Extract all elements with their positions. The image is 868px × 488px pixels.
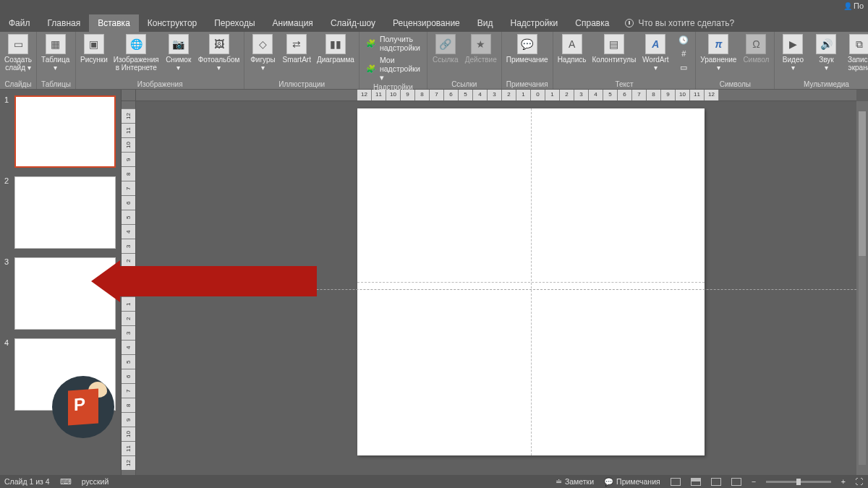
zoom-knob[interactable] <box>796 479 801 485</box>
tab-справка[interactable]: Справка <box>566 14 618 32</box>
group-links-label: Ссылки <box>432 80 497 88</box>
new-slide-icon: ▭ <box>8 34 28 54</box>
equation-button[interactable]: πУравнение ▾ <box>700 34 736 72</box>
thumb-slide[interactable] <box>14 95 116 168</box>
tab-конструктор[interactable]: Конструктор <box>139 14 205 32</box>
my-addins-button[interactable]: 🧩Мои надстройки ▾ <box>364 55 422 82</box>
tab-надстройки[interactable]: Надстройки <box>501 14 566 32</box>
textbox-button[interactable]: AНадпись <box>558 34 587 64</box>
equation-icon: π <box>708 34 728 54</box>
ruler-corner <box>122 90 136 101</box>
object-button[interactable]: ▭ <box>676 61 691 73</box>
record-icon: ⧉ <box>849 34 868 54</box>
thumb-slide[interactable] <box>14 176 116 249</box>
fit-to-window-button[interactable]: ⛶ <box>856 477 864 486</box>
comment-button[interactable]: 💬Примечание <box>506 34 548 64</box>
comment-icon: 💬 <box>517 34 537 54</box>
video-button[interactable]: ▶Видео ▾ <box>779 34 807 72</box>
textbox-icon: A <box>562 34 582 54</box>
group-comments: 💬Примечание Примечания <box>502 32 553 89</box>
pictures-icon: ▣ <box>84 34 104 54</box>
titlebar: По <box>0 0 868 14</box>
get-addins-button[interactable]: 🧩Получить надстройки <box>364 34 422 53</box>
group-text: AНадпись ▤Колонтитулы AWordArt ▾ 🕓 # ▭ Т… <box>553 32 697 89</box>
annotation-logo <box>52 376 114 438</box>
date-icon: 🕓 <box>678 35 689 45</box>
thumb-row[interactable]: 1 <box>4 95 116 168</box>
link-icon: 🔗 <box>435 34 456 54</box>
menubar: ФайлГлавнаяВставкаКонструкторПереходыАни… <box>0 14 868 32</box>
slide-number-button[interactable]: # <box>676 48 691 59</box>
zoom-out-button[interactable]: − <box>752 477 756 486</box>
tab-файл[interactable]: Файл <box>0 14 39 32</box>
new-slide-button[interactable]: ▭Создать слайд ▾ <box>4 34 32 72</box>
tell-me-text: Что вы хотите сделать? <box>638 18 734 28</box>
smartart-icon: ⇄ <box>286 34 307 54</box>
status-language[interactable]: русский <box>82 477 109 486</box>
table-button[interactable]: ▦Таблица ▾ <box>41 34 69 72</box>
view-sorter-button[interactable] <box>691 478 701 486</box>
thumb-number: 3 <box>4 257 12 330</box>
group-symbols: πУравнение ▾ ΩСимвол Символы <box>696 32 775 89</box>
powerpoint-icon <box>68 389 98 426</box>
scrollbar-thumb[interactable] <box>859 111 866 256</box>
tab-вид[interactable]: Вид <box>469 14 502 32</box>
comments-button[interactable]: 💬 Примечания <box>604 477 660 487</box>
object-icon: ▭ <box>678 62 689 72</box>
tab-анимация[interactable]: Анимация <box>264 14 322 32</box>
ruler-horizontal[interactable]: 1211109876543210123456789101112 <box>136 90 856 101</box>
svg-marker-0 <box>91 260 317 302</box>
thumb-number: 4 <box>4 338 12 411</box>
zoom-slider[interactable] <box>766 481 831 483</box>
tab-рецензирование[interactable]: Рецензирование <box>384 14 469 32</box>
header-footer-button[interactable]: ▤Колонтитулы <box>592 34 636 64</box>
number-icon: # <box>678 48 689 59</box>
spellcheck-icon[interactable]: ⌨ <box>60 477 72 486</box>
chart-icon: ▮▮ <box>326 34 346 54</box>
statusbar: Слайд 1 из 4 ⌨ русский ≐ Заметки 💬 Приме… <box>0 475 868 488</box>
group-addins: 🧩Получить надстройки 🧩Мои надстройки ▾ Н… <box>359 32 427 89</box>
action-icon: ★ <box>471 34 491 54</box>
smartart-button[interactable]: ⇄SmartArt <box>282 34 310 64</box>
pictures-button[interactable]: ▣Рисунки <box>80 34 108 64</box>
tab-вставка[interactable]: Вставка <box>89 14 139 32</box>
group-images: ▣Рисунки 🌐Изображения в Интернете 📷Снимо… <box>76 32 245 89</box>
tab-слайд-шоу[interactable]: Слайд-шоу <box>322 14 384 32</box>
tab-главная[interactable]: Главная <box>39 14 90 32</box>
addins-icon: 🧩 <box>366 64 376 74</box>
view-reading-button[interactable] <box>711 478 721 486</box>
lightbulb-icon <box>625 19 634 27</box>
zoom-in-button[interactable]: + <box>841 477 846 486</box>
symbol-button: ΩСимвол <box>742 34 770 64</box>
status-slide: Слайд 1 из 4 <box>4 477 50 486</box>
scrollbar-vertical[interactable] <box>856 101 868 475</box>
audio-button[interactable]: 🔊Звук ▾ <box>812 34 840 72</box>
group-illustrations: ◇Фигуры ▾ ⇄SmartArt ▮▮Диаграмма Иллюстра… <box>244 32 359 89</box>
group-comments-label: Примечания <box>506 80 548 88</box>
tab-переходы[interactable]: Переходы <box>205 14 263 32</box>
account-label[interactable]: По <box>843 1 864 10</box>
date-time-button[interactable]: 🕓 <box>676 34 691 46</box>
screenshot-button[interactable]: 📷Снимок ▾ <box>165 34 192 72</box>
notes-button[interactable]: ≐ Заметки <box>556 477 594 486</box>
header-footer-icon: ▤ <box>604 34 624 54</box>
symbol-icon: Ω <box>746 34 766 54</box>
tell-me[interactable]: Что вы хотите сделать? <box>625 18 734 28</box>
thumb-row[interactable]: 2 <box>4 176 116 249</box>
online-pictures-button[interactable]: 🌐Изображения в Интернете <box>114 34 159 72</box>
group-media-label: Мультимедиа <box>779 80 868 88</box>
screen-record-button[interactable]: ⧉Запись экрана <box>846 34 868 72</box>
online-pictures-icon: 🌐 <box>126 34 146 54</box>
chart-button[interactable]: ▮▮Диаграмма <box>317 34 354 64</box>
photo-album-button[interactable]: 🖼Фотоальбом ▾ <box>198 34 240 72</box>
group-images-label: Изображения <box>80 80 240 88</box>
group-slides: ▭Создать слайд ▾ Слайды <box>0 32 37 89</box>
slide-canvas[interactable] <box>357 108 705 455</box>
action-button: ★Действие <box>465 34 497 64</box>
wordart-icon: A <box>645 34 665 54</box>
view-normal-button[interactable] <box>671 478 681 486</box>
wordart-button[interactable]: AWordArt ▾ <box>642 34 669 72</box>
view-slideshow-button[interactable] <box>731 478 741 486</box>
shapes-button[interactable]: ◇Фигуры ▾ <box>249 34 276 72</box>
group-tables: ▦Таблица ▾ Таблицы <box>37 32 76 89</box>
